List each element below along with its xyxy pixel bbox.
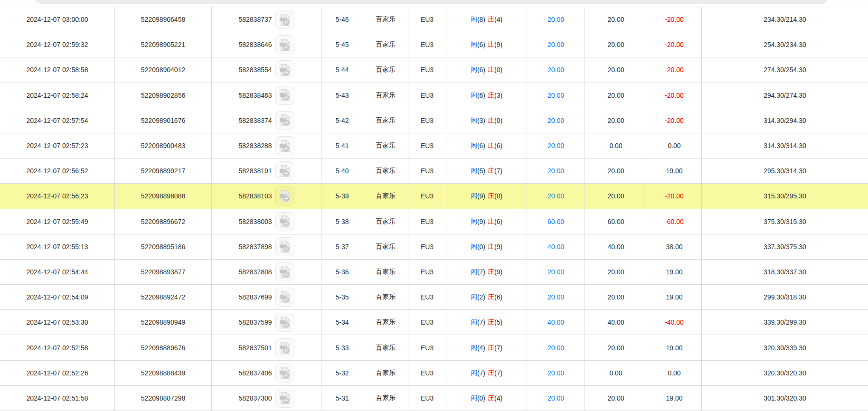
- video-file-icon: [278, 392, 291, 404]
- order-id: 522098900483: [115, 133, 212, 158]
- balance: 337.30/375.30: [702, 234, 868, 259]
- game-id: 582837599: [238, 318, 272, 326]
- video-replay-button[interactable]: [275, 364, 294, 383]
- panel-top-edge: [36, 0, 828, 4]
- player-score: (7): [477, 268, 485, 276]
- video-replay-button[interactable]: [275, 313, 294, 332]
- game-id-cell: 582837599: [212, 310, 321, 335]
- order-id: 522098892472: [115, 285, 212, 309]
- bet-time: 2024-12-07 02:56:52: [0, 159, 115, 183]
- video-replay-button[interactable]: [275, 262, 294, 281]
- bet-time: 2024-12-07 02:57:54: [0, 108, 115, 133]
- table-row[interactable]: 2024-12-07 02:56:23 522098898088 5828381…: [0, 184, 868, 209]
- table-row[interactable]: 2024-12-07 02:57:23 522098900483 5828382…: [0, 133, 868, 159]
- balance: 314.30/294.30: [702, 108, 868, 133]
- table-row[interactable]: 2024-12-07 03:00:00 522098906458 5828387…: [0, 7, 868, 32]
- player-score: (6): [477, 92, 485, 99]
- video-replay-button[interactable]: [275, 187, 294, 206]
- table-row[interactable]: 2024-12-07 02:59:32 522098905221 5828386…: [0, 32, 868, 57]
- game-id-cell: 582837898: [212, 234, 321, 259]
- win-loss-amount: 0.00: [647, 361, 702, 385]
- player-score: (2): [477, 293, 485, 301]
- balance: 254.30/234.30: [702, 32, 868, 57]
- bet-amount: 20.00: [585, 184, 647, 208]
- banker-score: (6): [494, 142, 502, 149]
- video-replay-button[interactable]: [275, 35, 294, 54]
- banker-label: 庄: [488, 394, 494, 402]
- round-number: 5-43: [321, 83, 363, 108]
- table-row[interactable]: 2024-12-07 02:53:30 522098890949 5828375…: [0, 310, 868, 335]
- video-replay-button[interactable]: [275, 237, 294, 256]
- balance: 339.30/299.30: [702, 310, 868, 335]
- valid-bet-amount: 40.00: [527, 234, 585, 259]
- table-row[interactable]: 2024-12-07 02:56:52 522098899217 5828381…: [0, 159, 868, 184]
- valid-bet-amount: 20.00: [527, 83, 585, 108]
- win-loss-amount: 38.00: [647, 234, 702, 259]
- game-name: 百家乐: [363, 335, 408, 360]
- valid-bet-amount: 20.00: [527, 7, 585, 32]
- table-row[interactable]: 2024-12-07 02:58:58 522098904012 5828385…: [0, 57, 868, 83]
- player-label: 闲: [471, 293, 477, 301]
- banker-score: (4): [494, 16, 502, 23]
- table-row[interactable]: 2024-12-07 02:55:13 522098895186 5828378…: [0, 234, 868, 260]
- order-id: 522098890949: [115, 310, 212, 335]
- video-file-icon: [278, 38, 291, 51]
- win-loss-amount: -20.00: [647, 32, 702, 57]
- win-loss-amount: -20.00: [647, 108, 702, 133]
- video-replay-button[interactable]: [275, 288, 294, 307]
- player-label: 闲: [471, 65, 477, 74]
- table-row[interactable]: 2024-12-07 02:54:44 522098893877 5828378…: [0, 260, 868, 285]
- bet-time: 2024-12-07 02:51:58: [0, 386, 115, 411]
- table-row[interactable]: 2024-12-07 02:52:58 522098889676 5828375…: [0, 335, 868, 360]
- table-name: EU3: [408, 108, 446, 133]
- banker-label: 庄: [488, 268, 494, 276]
- video-file-icon: [278, 13, 291, 26]
- bet-time: 2024-12-07 02:56:23: [0, 184, 115, 208]
- game-name: 百家乐: [363, 57, 408, 82]
- table-row[interactable]: 2024-12-07 02:58:24 522098902856 5828384…: [0, 83, 868, 108]
- valid-bet-amount: 60.00: [527, 209, 585, 234]
- banker-score: (0): [494, 192, 502, 200]
- table-row[interactable]: 2024-12-07 02:51:58 522098887298 5828373…: [0, 386, 868, 411]
- video-replay-button[interactable]: [275, 212, 294, 231]
- table-name: EU3: [408, 260, 446, 284]
- balance: 320.30/320.30: [702, 361, 868, 385]
- valid-bet-amount: 20.00: [527, 184, 585, 208]
- video-replay-button[interactable]: [275, 136, 294, 155]
- game-id-cell: 582838737: [212, 7, 321, 32]
- table-row[interactable]: 2024-12-07 02:54:09 522098892472 5828376…: [0, 285, 868, 310]
- table-row[interactable]: 2024-12-07 02:57:54 522098901676 5828383…: [0, 108, 868, 133]
- order-id: 522098898088: [115, 184, 212, 208]
- video-replay-button[interactable]: [275, 338, 294, 357]
- bet-time: 2024-12-07 02:59:32: [0, 32, 115, 57]
- banker-label: 庄: [488, 217, 494, 226]
- balance: 301.30/320.30: [702, 386, 868, 411]
- table-name: EU3: [408, 184, 446, 208]
- game-id-cell: 582838554: [212, 57, 321, 82]
- banker-score: (7): [494, 369, 502, 377]
- video-replay-button[interactable]: [275, 389, 294, 408]
- table-row[interactable]: 2024-12-07 02:55:49 522098896672 5828380…: [0, 209, 868, 234]
- table-name: EU3: [408, 361, 446, 385]
- table-row[interactable]: 2024-12-07 02:52:26 522098888439 5828374…: [0, 361, 868, 386]
- valid-bet-amount: 20.00: [527, 108, 585, 133]
- game-id-cell: 582837808: [212, 260, 321, 284]
- video-replay-button[interactable]: [275, 60, 294, 79]
- records-table-body: 2024-12-07 03:00:00 522098906458 5828387…: [0, 7, 868, 411]
- game-name: 百家乐: [363, 159, 408, 183]
- table-name: EU3: [408, 133, 446, 158]
- player-label: 闲: [471, 344, 477, 352]
- win-loss-amount: 19.00: [647, 159, 702, 183]
- video-replay-button[interactable]: [275, 111, 294, 130]
- video-replay-button[interactable]: [275, 161, 294, 180]
- banker-label: 庄: [488, 293, 494, 301]
- game-name: 百家乐: [363, 285, 408, 309]
- bet-amount: 20.00: [585, 386, 647, 411]
- video-replay-button[interactable]: [275, 10, 294, 29]
- video-file-icon: [278, 366, 291, 379]
- video-replay-button[interactable]: [275, 86, 294, 105]
- player-label: 闲: [471, 141, 477, 150]
- round-number: 5-35: [321, 285, 363, 309]
- player-label: 闲: [471, 268, 477, 276]
- player-label: 闲: [471, 369, 477, 377]
